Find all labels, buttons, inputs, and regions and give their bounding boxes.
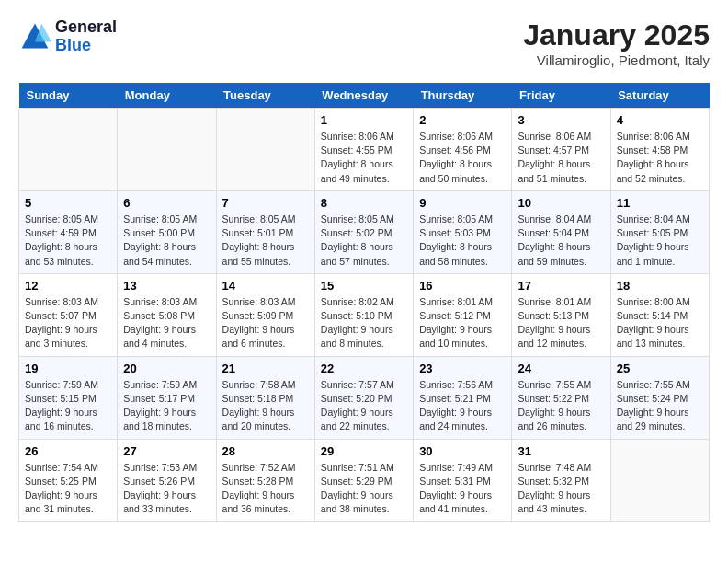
day-info: Sunrise: 7:54 AMSunset: 5:25 PMDaylight:… <box>25 461 111 517</box>
month-title: January 2025 <box>523 18 710 52</box>
day-info: Sunrise: 7:48 AMSunset: 5:32 PMDaylight:… <box>518 461 604 517</box>
calendar-week-2: 5Sunrise: 8:05 AMSunset: 4:59 PMDaylight… <box>19 190 710 273</box>
title-block: January 2025 Villamiroglio, Piedmont, It… <box>523 18 710 68</box>
day-info: Sunrise: 7:59 AMSunset: 5:17 PMDaylight:… <box>123 378 210 434</box>
day-number: 2 <box>419 113 506 127</box>
day-number: 13 <box>123 279 210 293</box>
day-number: 15 <box>321 279 407 293</box>
calendar-cell: 23Sunrise: 7:56 AMSunset: 5:21 PMDayligh… <box>414 356 512 439</box>
logo-text: General Blue <box>55 18 117 55</box>
page-header: General Blue January 2025 Villamiroglio,… <box>18 18 710 68</box>
logo: General Blue <box>18 18 117 55</box>
day-number: 21 <box>222 362 309 375</box>
calendar-cell: 30Sunrise: 7:49 AMSunset: 5:31 PMDayligh… <box>414 439 512 522</box>
logo-icon <box>18 20 51 53</box>
calendar-cell <box>118 109 216 191</box>
calendar-cell: 11Sunrise: 8:04 AMSunset: 5:05 PMDayligh… <box>610 190 709 273</box>
day-info: Sunrise: 8:06 AMSunset: 4:55 PMDaylight:… <box>321 130 407 186</box>
day-info: Sunrise: 8:03 AMSunset: 5:07 PMDaylight:… <box>25 295 111 351</box>
calendar-week-1: 1Sunrise: 8:06 AMSunset: 4:55 PMDaylight… <box>19 109 710 191</box>
day-number: 14 <box>222 279 309 293</box>
day-info: Sunrise: 8:05 AMSunset: 5:02 PMDaylight:… <box>321 213 407 269</box>
day-info: Sunrise: 8:00 AMSunset: 5:14 PMDaylight:… <box>617 295 703 351</box>
day-number: 11 <box>617 196 703 210</box>
calendar-cell: 4Sunrise: 8:06 AMSunset: 4:58 PMDaylight… <box>610 109 709 191</box>
calendar-cell: 28Sunrise: 7:52 AMSunset: 5:28 PMDayligh… <box>216 439 314 522</box>
calendar-cell: 20Sunrise: 7:59 AMSunset: 5:17 PMDayligh… <box>118 356 216 439</box>
calendar-cell: 26Sunrise: 7:54 AMSunset: 5:25 PMDayligh… <box>19 439 118 522</box>
calendar-cell: 18Sunrise: 8:00 AMSunset: 5:14 PMDayligh… <box>610 273 709 356</box>
day-number: 23 <box>419 362 506 375</box>
day-number: 1 <box>321 113 407 127</box>
day-info: Sunrise: 8:05 AMSunset: 5:01 PMDaylight:… <box>222 213 309 269</box>
calendar-cell: 29Sunrise: 7:51 AMSunset: 5:29 PMDayligh… <box>314 439 413 522</box>
day-info: Sunrise: 8:05 AMSunset: 5:03 PMDaylight:… <box>419 213 506 269</box>
day-info: Sunrise: 8:03 AMSunset: 5:08 PMDaylight:… <box>123 295 210 351</box>
weekday-header-monday: Monday <box>118 83 216 109</box>
calendar-cell: 19Sunrise: 7:59 AMSunset: 5:15 PMDayligh… <box>19 356 118 439</box>
weekday-header-saturday: Saturday <box>610 83 709 109</box>
day-info: Sunrise: 8:01 AMSunset: 5:12 PMDaylight:… <box>419 295 506 351</box>
calendar-week-5: 26Sunrise: 7:54 AMSunset: 5:25 PMDayligh… <box>19 439 710 522</box>
weekday-header-tuesday: Tuesday <box>216 83 314 109</box>
day-info: Sunrise: 7:55 AMSunset: 5:24 PMDaylight:… <box>617 378 703 434</box>
day-number: 25 <box>617 362 703 375</box>
calendar-cell <box>216 109 314 191</box>
day-number: 31 <box>518 444 604 458</box>
day-number: 3 <box>518 113 604 127</box>
calendar-cell <box>610 439 709 522</box>
day-number: 18 <box>617 279 703 293</box>
day-info: Sunrise: 7:55 AMSunset: 5:22 PMDaylight:… <box>518 378 604 434</box>
day-number: 19 <box>25 362 111 375</box>
day-info: Sunrise: 7:49 AMSunset: 5:31 PMDaylight:… <box>419 461 506 517</box>
calendar-cell: 3Sunrise: 8:06 AMSunset: 4:57 PMDaylight… <box>512 109 610 191</box>
day-number: 5 <box>25 196 111 210</box>
day-number: 6 <box>123 196 210 210</box>
calendar-cell: 25Sunrise: 7:55 AMSunset: 5:24 PMDayligh… <box>610 356 709 439</box>
calendar-cell: 31Sunrise: 7:48 AMSunset: 5:32 PMDayligh… <box>512 439 610 522</box>
day-number: 30 <box>419 444 506 458</box>
calendar-week-3: 12Sunrise: 8:03 AMSunset: 5:07 PMDayligh… <box>19 273 710 356</box>
day-number: 16 <box>419 279 506 293</box>
day-info: Sunrise: 7:51 AMSunset: 5:29 PMDaylight:… <box>321 461 407 517</box>
calendar-cell: 6Sunrise: 8:05 AMSunset: 5:00 PMDaylight… <box>118 190 216 273</box>
day-info: Sunrise: 7:57 AMSunset: 5:20 PMDaylight:… <box>321 378 407 434</box>
day-info: Sunrise: 8:06 AMSunset: 4:56 PMDaylight:… <box>419 130 506 186</box>
day-info: Sunrise: 7:56 AMSunset: 5:21 PMDaylight:… <box>419 378 506 434</box>
calendar-cell: 13Sunrise: 8:03 AMSunset: 5:08 PMDayligh… <box>118 273 216 356</box>
day-number: 29 <box>321 444 407 458</box>
weekday-header-thursday: Thursday <box>414 83 512 109</box>
calendar-table: SundayMondayTuesdayWednesdayThursdayFrid… <box>18 83 710 522</box>
calendar-cell: 22Sunrise: 7:57 AMSunset: 5:20 PMDayligh… <box>314 356 413 439</box>
day-info: Sunrise: 8:04 AMSunset: 5:04 PMDaylight:… <box>518 213 604 269</box>
day-info: Sunrise: 8:05 AMSunset: 4:59 PMDaylight:… <box>25 213 111 269</box>
calendar-cell: 2Sunrise: 8:06 AMSunset: 4:56 PMDaylight… <box>414 109 512 191</box>
calendar-cell: 24Sunrise: 7:55 AMSunset: 5:22 PMDayligh… <box>512 356 610 439</box>
day-info: Sunrise: 8:06 AMSunset: 4:57 PMDaylight:… <box>518 130 604 186</box>
day-info: Sunrise: 8:05 AMSunset: 5:00 PMDaylight:… <box>123 213 210 269</box>
day-number: 9 <box>419 196 506 210</box>
day-number: 4 <box>617 113 703 127</box>
weekday-header-friday: Friday <box>512 83 610 109</box>
calendar-cell: 16Sunrise: 8:01 AMSunset: 5:12 PMDayligh… <box>414 273 512 356</box>
day-info: Sunrise: 8:04 AMSunset: 5:05 PMDaylight:… <box>617 213 703 269</box>
day-info: Sunrise: 7:59 AMSunset: 5:15 PMDaylight:… <box>25 378 111 434</box>
day-info: Sunrise: 8:01 AMSunset: 5:13 PMDaylight:… <box>518 295 604 351</box>
day-info: Sunrise: 8:03 AMSunset: 5:09 PMDaylight:… <box>222 295 309 351</box>
weekday-header-sunday: Sunday <box>19 83 118 109</box>
calendar-cell: 5Sunrise: 8:05 AMSunset: 4:59 PMDaylight… <box>19 190 118 273</box>
day-info: Sunrise: 7:58 AMSunset: 5:18 PMDaylight:… <box>222 378 309 434</box>
calendar-cell: 12Sunrise: 8:03 AMSunset: 5:07 PMDayligh… <box>19 273 118 356</box>
calendar-header: SundayMondayTuesdayWednesdayThursdayFrid… <box>19 83 710 109</box>
weekday-header-wednesday: Wednesday <box>314 83 413 109</box>
calendar-cell: 17Sunrise: 8:01 AMSunset: 5:13 PMDayligh… <box>512 273 610 356</box>
day-number: 17 <box>518 279 604 293</box>
day-number: 7 <box>222 196 309 210</box>
calendar-week-4: 19Sunrise: 7:59 AMSunset: 5:15 PMDayligh… <box>19 356 710 439</box>
day-number: 22 <box>321 362 407 375</box>
calendar-cell: 7Sunrise: 8:05 AMSunset: 5:01 PMDaylight… <box>216 190 314 273</box>
calendar-cell: 10Sunrise: 8:04 AMSunset: 5:04 PMDayligh… <box>512 190 610 273</box>
calendar-cell <box>19 109 118 191</box>
day-number: 8 <box>321 196 407 210</box>
location-subtitle: Villamiroglio, Piedmont, Italy <box>523 52 710 68</box>
